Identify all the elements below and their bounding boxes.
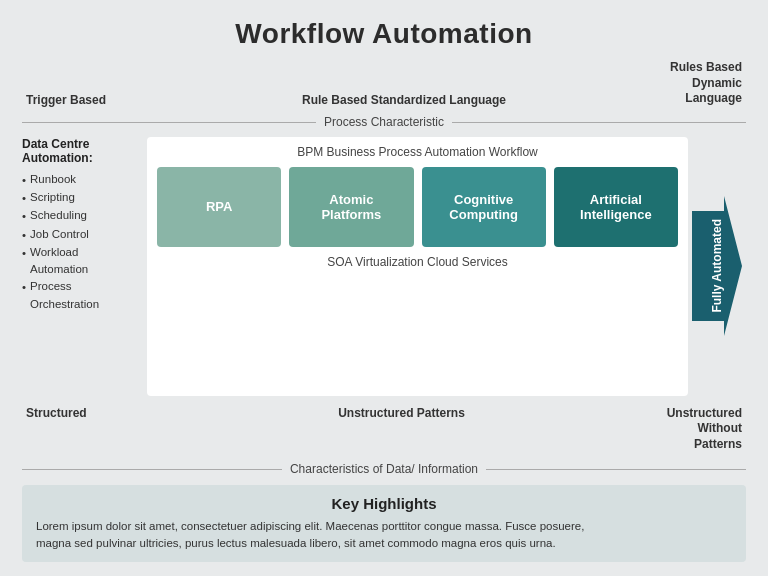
soa-label: SOA Virtualization Cloud Services	[157, 255, 678, 269]
page-title: Workflow Automation	[22, 18, 746, 50]
card-ai: ArtificialIntelligence	[554, 167, 678, 247]
char-row: Characteristics of Data/ Information	[22, 462, 746, 476]
bullet-icon: •	[22, 279, 26, 296]
highlights-title: Key Highlights	[36, 495, 732, 512]
process-char-row: Process Characteristic	[22, 115, 746, 129]
list-item: •WorkloadAutomation	[22, 244, 139, 279]
sidebar-list: •Runbook •Scripting •Scheduling •Job Con…	[22, 171, 139, 313]
list-item: •ProcessOrchestration	[22, 278, 139, 313]
list-item: •Job Control	[22, 226, 139, 244]
cards-row: RPA AtomicPlatforms CognitiveComputing A…	[157, 167, 678, 247]
page: Workflow Automation Trigger Based Rule B…	[0, 0, 768, 576]
col-header-trigger: Trigger Based	[26, 93, 156, 107]
center-content: BPM Business Process Automation Workflow…	[147, 137, 688, 396]
bullet-icon: •	[22, 227, 26, 244]
bottom-labels: Structured Unstructured Patterns Unstruc…	[22, 402, 746, 453]
bottom-center-label: Unstructured Patterns	[151, 406, 652, 420]
card-atomic: AtomicPlatforms	[289, 167, 413, 247]
highlights-section: Key Highlights Lorem ipsum dolor sit ame…	[22, 485, 746, 563]
card-rpa: RPA	[157, 167, 281, 247]
arrow-label: Fully Automated	[710, 219, 724, 313]
left-sidebar: Data Centre Automation: •Runbook •Script…	[22, 137, 147, 396]
list-item: •Scheduling	[22, 207, 139, 225]
process-char-label: Process Characteristic	[316, 115, 452, 129]
list-item: •Scripting	[22, 189, 139, 207]
main-section: Data Centre Automation: •Runbook •Script…	[22, 137, 746, 396]
col-header-rules-dynamic: Rules Based Dynamic Language	[652, 60, 742, 107]
sidebar-title: Data Centre Automation:	[22, 137, 139, 165]
arrow-container: Fully Automated	[688, 137, 746, 396]
bullet-icon: •	[22, 190, 26, 207]
bottom-right-label: Unstructured Without Patterns	[652, 406, 742, 453]
column-headers: Trigger Based Rule Based Standardized La…	[22, 60, 746, 107]
list-item: •Runbook	[22, 171, 139, 189]
bpm-label: BPM Business Process Automation Workflow	[157, 145, 678, 159]
card-cognitive: CognitiveComputing	[422, 167, 546, 247]
bullet-icon: •	[22, 208, 26, 225]
char-label: Characteristics of Data/ Information	[282, 462, 486, 476]
highlights-text: Lorem ipsum dolor sit amet, consectetuer…	[36, 518, 732, 553]
bullet-icon: •	[22, 245, 26, 262]
col-header-rule: Rule Based Standardized Language	[156, 93, 652, 107]
bullet-icon: •	[22, 172, 26, 189]
bottom-left-label: Structured	[26, 406, 151, 420]
